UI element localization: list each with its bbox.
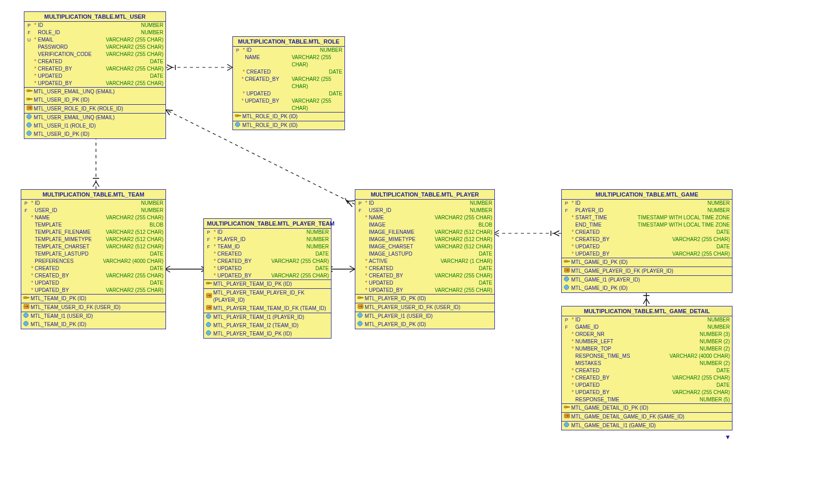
not-null-flag: * (570, 200, 575, 207)
pk-constraint-label: MTL_ROLE_ID_PK (ID) (242, 113, 298, 120)
entity-game_detail[interactable]: MULTIPLICATION_TABLE.MTL_GAME_DETAILP*ID… (561, 306, 732, 430)
column-name: ID (38, 22, 100, 29)
column-row: *CREATEDDATE (24, 58, 165, 65)
not-null-flag: * (241, 68, 246, 76)
column-name: UPDATED (35, 279, 98, 287)
fk-constraint-icon (564, 268, 571, 275)
entity-role[interactable]: MULTIPLICATION_TABLE.MTL_ROLEP*IDNUMBERN… (232, 36, 345, 130)
fk-constraint-label: MTL_TEAM_USER_ID_FK (USER_ID) (31, 304, 120, 311)
column-name: PLAYER_ID (217, 236, 260, 243)
column-row: *CREATEDDATE (21, 265, 165, 272)
column-type: NUMBER (137, 29, 163, 36)
entity-user[interactable]: MULTIPLICATION_TABLE.MTL_USERP*IDNUMBERF… (24, 11, 166, 139)
index: MTL_GAME_I1 (PLAYER_ID) (562, 276, 732, 284)
column-type: DATE (475, 265, 492, 272)
column-name: UPDATED_BY (575, 250, 617, 258)
column-name: ID (369, 200, 425, 207)
column-type: NUMBER (137, 207, 163, 214)
column-name: END_TIME (575, 221, 617, 229)
not-null-flag: * (33, 22, 38, 29)
key-flag (563, 236, 570, 243)
key-flag (22, 287, 30, 294)
column-type: NUMBER (703, 207, 730, 214)
column-type: NUMBER (2) (696, 345, 730, 353)
svg-rect-20 (206, 314, 211, 319)
column-type: VARCHAR2 (255 CHAR) (431, 272, 492, 279)
key-flag (25, 80, 33, 87)
entity-player_team[interactable]: MULTIPLICATION_TABLE.MTL_PLAYER_TEAMP*ID… (203, 218, 331, 339)
column-row: *CREATED_BYVARCHAR2 (255 CHAR) (562, 374, 732, 382)
not-null-flag (570, 207, 575, 214)
key-flag (22, 265, 30, 272)
column-type: DATE (146, 250, 163, 258)
column-name: UPDATED_BY (245, 97, 287, 112)
column-type: VARCHAR2 (255 CHAR) (287, 97, 342, 112)
column-name: CREATED_BY (35, 272, 98, 279)
not-null-flag: * (570, 345, 575, 353)
entity-title: MULTIPLICATION_TABLE.MTL_PLAYER_TEAM (204, 219, 331, 229)
column-name: IMAGE_CHARSET (369, 243, 425, 250)
not-null-flag (33, 29, 38, 36)
not-null-flag: * (212, 258, 217, 265)
index-icon (564, 276, 571, 284)
key-flag: P (563, 200, 570, 207)
column-name: UPDATED_BY (217, 272, 260, 279)
pk-constraint-icon (23, 295, 31, 302)
svg-rect-1 (30, 90, 32, 91)
column-row: P*IDNUMBER (355, 200, 494, 207)
column-type: DATE (475, 279, 492, 287)
column-type: DATE (146, 279, 163, 287)
pk-constraint-icon (564, 404, 571, 412)
column-type: VARCHAR2 (512 CHAR) (102, 243, 163, 250)
column-name: CREATED (246, 68, 289, 76)
pk-constraint-icon (357, 295, 365, 302)
column-name: TEMPLATE_MIMETYPE (35, 236, 98, 243)
entity-game[interactable]: MULTIPLICATION_TABLE.MTL_GAMEP*IDNUMBERF… (561, 189, 732, 293)
column-row: *CREATEDDATE (233, 68, 344, 76)
key-flag (205, 258, 212, 265)
svg-rect-21 (206, 322, 211, 327)
column-name: IMAGE_LASTUPD (369, 250, 425, 258)
index-icon (206, 314, 213, 321)
not-null-flag (30, 229, 35, 236)
fk-constraint-label: MTL_PLAYER_TEAM_TEAM_ID_FK (TEAM_ID) (213, 305, 326, 312)
column-row: P*IDNUMBER (562, 316, 732, 324)
entity-team[interactable]: MULTIPLICATION_TABLE.MTL_TEAMP*IDNUMBERF… (21, 189, 166, 329)
not-null-flag: * (212, 250, 217, 258)
column-type: VARCHAR2 (512 CHAR) (431, 229, 492, 236)
entity-title: MULTIPLICATION_TABLE.MTL_GAME_DETAIL (562, 306, 732, 316)
column-row: *UPDATED_BYVARCHAR2 (255 CHAR) (204, 272, 331, 279)
not-null-flag: * (241, 47, 246, 54)
not-null-flag: * (570, 338, 575, 345)
not-null-flag: * (570, 367, 575, 374)
column-row: *NAMEVARCHAR2 (255 CHAR) (355, 214, 494, 221)
not-null-flag: * (212, 229, 217, 236)
key-flag (356, 214, 364, 221)
column-name: START_TIME (575, 214, 617, 221)
key-flag (22, 243, 30, 250)
column-row: FGAME_IDNUMBER (562, 324, 732, 331)
index-label: MTL_PLAYER_ID_PK (ID) (365, 321, 426, 328)
key-flag: F (563, 324, 570, 331)
column-name: ID (246, 47, 289, 54)
fk-constraint-icon (357, 304, 365, 311)
column-type: VARCHAR2 (255 CHAR) (267, 258, 329, 265)
pk-constraint-icon (206, 281, 213, 288)
entity-player[interactable]: MULTIPLICATION_TABLE.MTL_PLAYERP*IDNUMBE… (355, 189, 495, 329)
column-row: *NAMEVARCHAR2 (255 CHAR) (21, 214, 165, 221)
column-type: NUMBER (316, 47, 342, 54)
column-row: IMAGE_MIMETYPEVARCHAR2 (512 CHAR) (355, 236, 494, 243)
column-type: VARCHAR2 (255 CHAR) (668, 374, 730, 382)
not-null-flag: * (241, 90, 246, 97)
column-type: VARCHAR2 (255 CHAR) (102, 65, 163, 73)
column-row: TEMPLATE_FILENAMEVARCHAR2 (512 CHAR) (21, 229, 165, 236)
not-null-flag: * (30, 272, 35, 279)
key-flag (22, 272, 30, 279)
column-row: *UPDATEDDATE (355, 279, 494, 287)
not-null-flag: * (570, 214, 575, 221)
index-label: MTL_USER_EMAIL_UNQ (EMAIL) (34, 114, 115, 121)
pk-constraint: MTL_GAME_DETAIL_ID_PK (ID) (562, 404, 732, 412)
key-flag (234, 90, 241, 97)
index-icon (23, 313, 31, 320)
not-null-flag (30, 243, 35, 250)
